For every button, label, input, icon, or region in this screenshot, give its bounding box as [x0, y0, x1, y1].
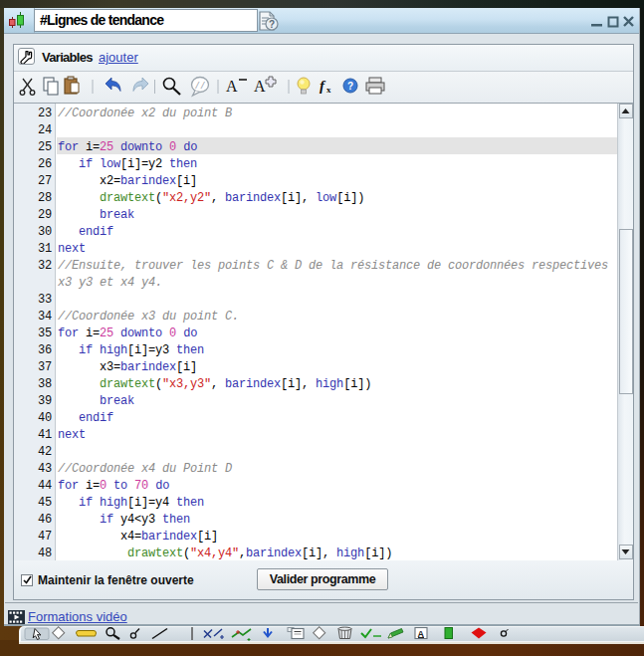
svg-text:A: A	[254, 78, 266, 95]
svg-text:x: x	[326, 85, 331, 95]
svg-text:?: ?	[347, 81, 353, 92]
svg-text:A: A	[226, 78, 238, 95]
svg-text:f: f	[320, 78, 326, 94]
svg-text://: //	[195, 82, 206, 92]
svg-text:?: ?	[269, 19, 275, 30]
